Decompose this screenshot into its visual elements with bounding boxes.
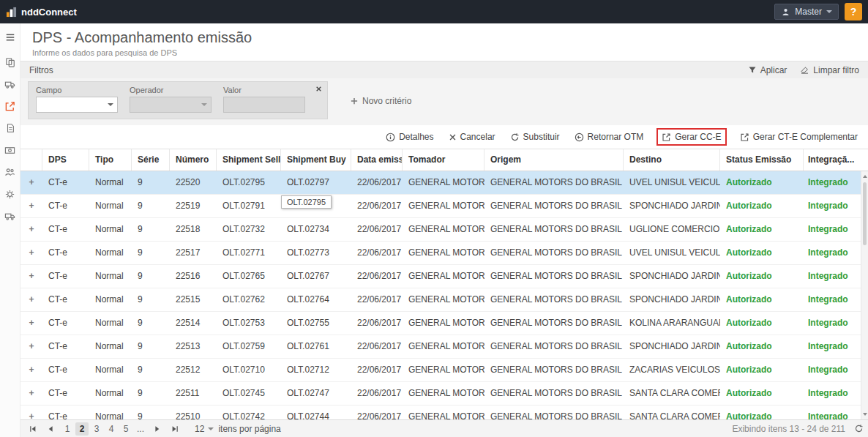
valor-input[interactable] [223, 97, 305, 113]
table-row[interactable]: +CT-eNormal922514OLT.02753OLT.0275522/06… [20, 312, 861, 335]
new-criterion-button[interactable]: Novo critério [350, 96, 411, 106]
cell-buy: OLT.02761 [281, 335, 351, 358]
table-row[interactable]: +CT-eNormal922519OLT.02791OLT.0279322/06… [20, 195, 861, 218]
apply-filter-button[interactable]: Aplicar [748, 65, 787, 75]
cell-numero: 22512 [170, 359, 217, 381]
campo-select[interactable] [36, 97, 118, 113]
cell-numero: 22519 [170, 195, 217, 217]
refresh-icon [510, 132, 520, 142]
copy-icon [5, 57, 15, 67]
cell-data: 22/06/2017 [351, 406, 403, 419]
row-expand-button[interactable]: + [20, 218, 42, 241]
column-header-status-emissao[interactable]: Status Emissão [720, 149, 804, 171]
row-expand-button[interactable]: + [20, 288, 42, 311]
table-row[interactable]: +CT-eNormal922513OLT.02759OLT.0276122/06… [20, 335, 861, 359]
pager-page-3[interactable]: 3 [90, 422, 103, 436]
cell-tipo: Normal [89, 288, 132, 311]
truck-icon [4, 211, 15, 222]
details-button[interactable]: Detalhes [386, 132, 433, 142]
cell-serie: 9 [132, 265, 170, 288]
cell-buy: OLT.02773 [281, 242, 351, 264]
cell-sell: OLT.02710 [217, 359, 281, 381]
row-expand-button[interactable]: + [20, 242, 42, 264]
clear-filter-button[interactable]: Limpar filtro [800, 65, 859, 75]
sidebar-item-settings[interactable] [0, 183, 20, 205]
row-expand-button[interactable]: + [20, 171, 42, 194]
cell-status: Autorizado [720, 195, 804, 217]
column-header-tomador[interactable]: Tomador [403, 149, 484, 171]
scroll-down-icon[interactable] [861, 410, 868, 419]
plus-icon [350, 97, 359, 105]
row-expand-button[interactable]: + [20, 359, 42, 381]
sidebar-item-billing[interactable] [0, 139, 20, 161]
remove-criterion-button[interactable] [314, 84, 323, 94]
pager-page-2[interactable]: 2 [75, 422, 89, 436]
pager-next-button[interactable] [149, 422, 165, 436]
row-expand-button[interactable]: + [20, 406, 42, 419]
pager-page-5[interactable]: 5 [119, 422, 132, 436]
row-expand-button[interactable]: + [20, 265, 42, 288]
pager-last-button[interactable] [167, 422, 183, 436]
column-header-tipo[interactable]: Tipo [89, 149, 132, 171]
user-menu-button[interactable]: Master [774, 4, 839, 20]
cell-dps: CT-e [42, 288, 89, 311]
table-row[interactable]: +CT-eNormal922517OLT.02771OLT.0277322/06… [20, 242, 861, 265]
row-expand-button[interactable]: + [20, 382, 42, 405]
table-row[interactable]: +CT-eNormal922515OLT.02762OLT.0276422/06… [20, 288, 861, 312]
row-expand-button[interactable]: + [20, 195, 42, 217]
generate-cte-complementar-button[interactable]: Gerar CT-E Complementar [740, 132, 858, 142]
sidebar-item-emission[interactable] [0, 95, 20, 117]
column-header-numero[interactable]: Número [170, 149, 217, 171]
sidebar-item-fleet[interactable] [0, 205, 20, 227]
row-expand-button[interactable]: + [20, 335, 42, 358]
cancel-button[interactable]: Cancelar [449, 132, 495, 142]
grid-body: +CT-eNormal922520OLT.02795OLT.0279722/06… [20, 171, 868, 419]
column-header-shipment-sell[interactable]: Shipment Sell [217, 149, 281, 171]
column-header-data-emissao[interactable]: Data emissã... [351, 149, 403, 171]
row-expand-button[interactable]: + [20, 312, 42, 335]
help-button[interactable]: ? [845, 3, 862, 20]
cell-buy: OLT.02744 [281, 406, 351, 419]
table-row[interactable]: +CT-eNormal922510OLT.02742OLT.0274422/06… [20, 406, 861, 419]
cell-data: 22/06/2017 [351, 265, 403, 288]
pager-ellipsis[interactable]: ... [133, 424, 148, 434]
return-otm-button[interactable]: Retornar OTM [575, 132, 644, 142]
operador-select[interactable] [130, 97, 212, 113]
export-icon [662, 132, 671, 142]
table-row[interactable]: +CT-eNormal922518OLT.02732OLT.0273422/06… [20, 218, 861, 242]
pager-page-1[interactable]: 1 [61, 422, 74, 436]
column-header-serie[interactable]: Série [132, 149, 170, 171]
table-row[interactable]: +CT-eNormal922511OLT.02745OLT.0274722/06… [20, 382, 861, 406]
cell-destino: UVEL UNISUL VEICULOS LTDA [624, 242, 720, 264]
column-header-dps[interactable]: DPS [42, 149, 89, 171]
substitute-button[interactable]: Substituir [510, 132, 560, 142]
table-row[interactable]: +CT-eNormal922516OLT.02765OLT.0276722/06… [20, 265, 861, 288]
sidebar-item-truck[interactable] [0, 73, 20, 95]
truck-icon [4, 79, 15, 90]
sidebar-item-document[interactable] [0, 117, 20, 139]
scroll-up-icon[interactable] [861, 172, 868, 181]
column-header-integracao[interactable]: Integraçã... [804, 149, 861, 171]
refresh-grid-button[interactable] [854, 424, 864, 433]
table-row[interactable]: +CT-eNormal922520OLT.02795OLT.0279722/06… [20, 171, 861, 195]
pager-prev-button[interactable] [42, 422, 59, 436]
sidebar-item-copy[interactable] [0, 51, 20, 73]
page-size-select[interactable]: 12 [195, 424, 214, 434]
pager-page-4[interactable]: 4 [105, 422, 118, 436]
scrollbar-thumb[interactable] [863, 182, 867, 245]
column-header-shipment-buy[interactable]: Shipment Buy [281, 149, 351, 171]
column-header-destino[interactable]: Destino [624, 149, 720, 171]
grid-toolbar: Detalhes Cancelar [20, 125, 868, 149]
vertical-scrollbar[interactable] [861, 171, 868, 419]
cell-numero: 22511 [170, 382, 217, 405]
pager-first-button[interactable] [25, 422, 41, 436]
cell-integracao: Integrado [804, 312, 861, 335]
filter-criteria-card: Campo Operador Valor [28, 81, 328, 119]
generate-cce-button[interactable]: Gerar CC-E [658, 130, 725, 144]
column-header-origem[interactable]: Origem [484, 149, 624, 171]
sidebar-item-users[interactable] [0, 161, 20, 183]
cell-status: Autorizado [720, 312, 804, 335]
cell-numero: 22517 [170, 242, 217, 264]
table-row[interactable]: +CT-eNormal922512OLT.02710OLT.0271222/06… [20, 359, 861, 382]
sidebar-item-menu[interactable] [0, 26, 20, 48]
